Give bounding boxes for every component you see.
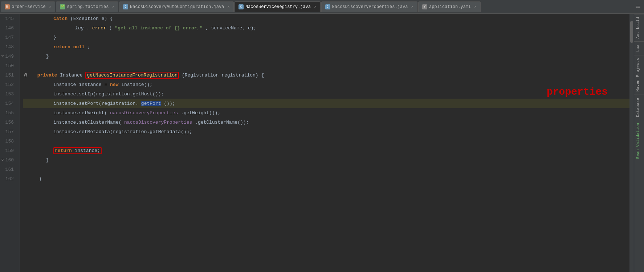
code-line-162: } bbox=[23, 174, 629, 184]
tab-icon-nacos-auto-config: C bbox=[123, 4, 128, 9]
tab-close-nacos-service-registry[interactable]: × bbox=[314, 5, 317, 9]
tab-icon-order-service: m bbox=[5, 4, 10, 9]
fold-icon-149[interactable]: ▽ bbox=[1, 54, 4, 58]
line-num-159: 159 bbox=[0, 146, 17, 155]
line-num-151: 151 bbox=[0, 70, 17, 80]
code-editor: 145 146 147 148 ▽ 149 150 151 152 153 15… bbox=[0, 14, 629, 272]
tab-label-order-service: order-service bbox=[12, 4, 46, 9]
vertical-scrollbar[interactable] bbox=[629, 14, 634, 272]
tab-close-nacos-discovery-props[interactable]: × bbox=[411, 5, 413, 9]
line-num-153: 153 bbox=[0, 89, 17, 99]
scrollbar-thumb[interactable] bbox=[630, 21, 633, 43]
code-line-145: catch (Exception e) { bbox=[23, 14, 629, 23]
code-content: 145 146 147 148 ▽ 149 150 151 152 153 15… bbox=[0, 14, 629, 272]
code-line-161 bbox=[23, 165, 629, 174]
tab-close-order-service[interactable]: × bbox=[49, 5, 52, 9]
tab-nacos-auto-config[interactable]: C NacosDiscoveryAutoConfiguration.java × bbox=[119, 1, 234, 12]
tab-close-application-yaml[interactable]: × bbox=[474, 5, 477, 9]
tab-icon-spring: 🌱 bbox=[60, 4, 65, 9]
line-num-162: 162 bbox=[0, 174, 17, 184]
nacos-prop-ref-156: nacosDiscoveryProperties bbox=[124, 120, 192, 125]
code-line-146: log . error ( "get all instance of {} er… bbox=[23, 23, 629, 33]
method-highlight-box: getNacosInstanceFromRegistration bbox=[85, 72, 179, 79]
main-area: 145 146 147 148 ▽ 149 150 151 152 153 15… bbox=[0, 14, 644, 272]
code-line-157: instance.setMetadata(registration.getMet… bbox=[23, 127, 629, 136]
line-num-145: 145 bbox=[0, 14, 17, 23]
code-line-147: } bbox=[23, 33, 629, 42]
tab-close-nacos-auto-config[interactable]: × bbox=[227, 5, 230, 9]
code-line-158 bbox=[23, 136, 629, 146]
keyword-return: return bbox=[55, 148, 72, 153]
keyword-private: private bbox=[37, 73, 57, 78]
sidebar-tab-ant-build[interactable]: Ant build bbox=[634, 14, 644, 41]
code-line-151: @ private Instance getNacosInstanceFromR… bbox=[23, 70, 629, 80]
tab-close-spring-factories[interactable]: × bbox=[112, 5, 114, 9]
tab-bar: m order-service × 🌱 spring.factories × C… bbox=[0, 0, 644, 14]
tab-nacos-service-registry[interactable]: C NacosServiceRegistry.java × bbox=[235, 1, 321, 12]
code-line-148: return null ; bbox=[23, 42, 629, 51]
annotation-at: @ bbox=[24, 73, 27, 78]
code-line-159: return instance; bbox=[23, 146, 629, 155]
code-lines-container[interactable]: catch (Exception e) { log . error ( "get… bbox=[20, 14, 629, 272]
line-num-158: 158 bbox=[0, 136, 17, 146]
line-num-146: 146 bbox=[0, 23, 17, 33]
tab-nacos-discovery-props[interactable]: C NacosDiscoveryProperties.java × bbox=[321, 1, 417, 12]
log-ref: log bbox=[75, 25, 83, 31]
tab-overflow-icon[interactable]: ≡≡ bbox=[636, 5, 640, 9]
tab-application-yaml[interactable]: Y application.yaml × bbox=[418, 1, 481, 12]
nacos-prop-ref-155: nacosDiscoveryProperties bbox=[110, 110, 178, 116]
tab-icon-nacos-discovery-props: C bbox=[325, 4, 330, 9]
tab-spring-factories[interactable]: 🌱 spring.factories × bbox=[56, 1, 118, 12]
line-num-148: 148 bbox=[0, 42, 17, 51]
code-line-154: instance.setPort(registration. getPort (… bbox=[23, 99, 629, 108]
method-getNacos: getNacosInstanceFromRegistration bbox=[87, 73, 178, 78]
tab-icon-nacos-service-registry: C bbox=[239, 4, 244, 9]
selected-getPort: getPort bbox=[141, 101, 161, 106]
line-num-150: 150 bbox=[0, 61, 17, 70]
return-highlight-box: return instance; bbox=[53, 147, 102, 154]
code-line-150 bbox=[23, 61, 629, 70]
line-num-155: 155 bbox=[0, 108, 17, 118]
tab-bar-controls: ≡≡ bbox=[636, 5, 643, 9]
line-num-157: 157 bbox=[0, 127, 17, 136]
line-num-154: 154 bbox=[0, 99, 17, 108]
line-num-149: ▽ 149 bbox=[0, 51, 17, 61]
tab-label-nacos-service-registry: NacosServiceRegistry.java bbox=[245, 4, 311, 9]
sidebar-tab-bean-validation[interactable]: Bean Validation bbox=[634, 120, 644, 162]
line-num-160: ▽ 160 bbox=[0, 155, 17, 165]
line-num-147: 147 bbox=[0, 33, 17, 42]
sidebar-tab-maven[interactable]: Maven Projects bbox=[634, 55, 644, 94]
code-line-153: instance.setIp(registration.getHost()); bbox=[23, 89, 629, 99]
sidebar-tab-lua[interactable]: Lua bbox=[634, 41, 644, 55]
tab-label-nacos-auto-config: NacosDiscoveryAutoConfiguration.java bbox=[130, 4, 224, 9]
line-num-161: 161 bbox=[0, 165, 17, 174]
code-line-155: instance.setWeight( nacosDiscoveryProper… bbox=[23, 108, 629, 118]
sidebar-tab-database[interactable]: Database bbox=[634, 95, 644, 120]
tab-order-service[interactable]: m order-service × bbox=[1, 1, 55, 12]
line-numbers-gutter: 145 146 147 148 ▽ 149 150 151 152 153 15… bbox=[0, 14, 20, 272]
string-literal: "get all instance of {} error," bbox=[115, 25, 203, 31]
tab-label-spring-factories: spring.factories bbox=[67, 4, 109, 9]
line-num-156: 156 bbox=[0, 118, 17, 127]
keyword-return-null: return bbox=[53, 44, 70, 50]
code-line-149: } bbox=[23, 51, 629, 61]
tab-label-nacos-discovery-props: NacosDiscoveryProperties.java bbox=[332, 4, 408, 9]
code-line-152: Instance instance = new Instance(); bbox=[23, 80, 629, 89]
keyword-catch: catch bbox=[53, 16, 68, 21]
fold-icon-160[interactable]: ▽ bbox=[1, 158, 4, 162]
right-sidebar: Ant build Lua Maven Projects Database Be… bbox=[634, 14, 644, 272]
error-method: error bbox=[92, 25, 106, 31]
code-line-160: } bbox=[23, 155, 629, 165]
keyword-null: null bbox=[73, 44, 85, 50]
keyword-new: new bbox=[110, 82, 118, 87]
tab-icon-application-yaml: Y bbox=[422, 4, 427, 9]
code-line-156: instance.setClusterName( nacosDiscoveryP… bbox=[23, 118, 629, 127]
line-num-152: 152 bbox=[0, 80, 17, 89]
tab-label-application-yaml: application.yaml bbox=[429, 4, 471, 9]
